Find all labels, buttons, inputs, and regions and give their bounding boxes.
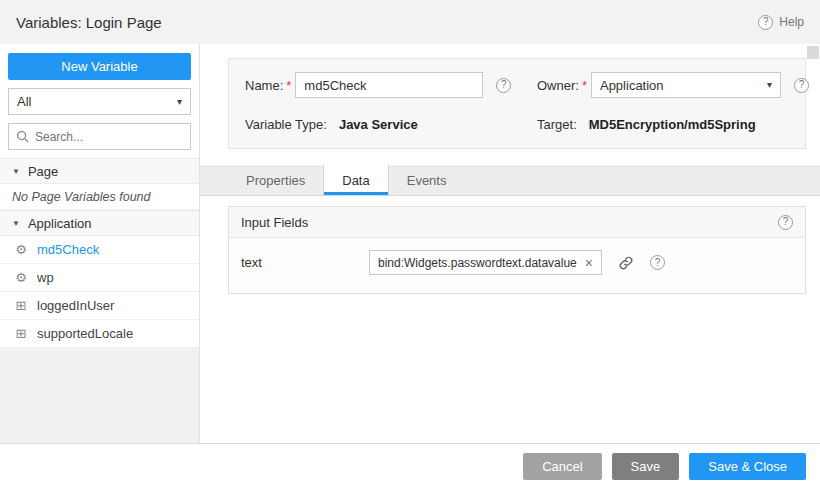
search-input[interactable] — [35, 130, 183, 144]
variable-type-label: Variable Type: — [245, 117, 327, 132]
tree-section-page[interactable]: ▼ Page — [0, 158, 199, 184]
bind-link-icon[interactable] — [618, 255, 634, 271]
sidebar-controls: New Variable All ▾ — [0, 44, 199, 158]
input-fields-title: Input Fields — [241, 215, 308, 230]
dialog-body: New Variable All ▾ ▼ — [0, 44, 820, 443]
sidebar-filler — [0, 348, 199, 443]
target-value: MD5Encryption/md5Spring — [589, 117, 756, 132]
input-fields-help-icon[interactable]: ? — [778, 215, 793, 230]
search-icon — [16, 130, 29, 143]
variable-type-value: Java Service — [339, 117, 418, 132]
name-field-group: Name: * ? — [245, 72, 537, 98]
owner-selected-value: Application — [600, 78, 664, 93]
save-button[interactable]: Save — [612, 453, 680, 480]
name-help-icon[interactable]: ? — [496, 78, 511, 93]
variable-item-wp[interactable]: ⚙ wp — [0, 264, 199, 292]
field-label: text — [241, 255, 369, 270]
dialog-header: Variables: Login Page ? Help — [0, 0, 820, 44]
variables-sidebar: New Variable All ▾ ▼ — [0, 44, 200, 443]
owner-label: Owner: — [537, 78, 579, 93]
variable-filter-select[interactable]: All ▾ — [8, 88, 191, 115]
variables-tree: ▼ Page No Page Variables found ▼ Applica… — [0, 158, 199, 443]
collapse-caret-icon: ▼ — [12, 167, 20, 176]
variable-item-md5check[interactable]: ⚙ md5Check — [0, 236, 199, 264]
service-icon: ⚙ — [14, 243, 28, 256]
save-and-close-button[interactable]: Save & Close — [689, 453, 806, 480]
name-input[interactable] — [295, 72, 483, 98]
page-title: Variables: Login Page — [16, 14, 162, 31]
binding-chip-input[interactable]: bind:Widgets.passwordtext.datavalue × — [369, 250, 602, 275]
required-marker: * — [582, 78, 587, 93]
cancel-button[interactable]: Cancel — [523, 453, 601, 480]
variable-item-label: md5Check — [37, 242, 99, 257]
detail-tabs: Properties Data Events — [200, 165, 820, 196]
target-group: Target: MD5Encryption/md5Spring — [537, 117, 756, 132]
target-label: Target: — [537, 117, 577, 132]
clear-binding-icon[interactable]: × — [585, 256, 593, 270]
owner-field-group: Owner: * Application ▾ ? — [537, 72, 809, 98]
variable-detail-pane: Name: * ? Owner: * Application ▾ ? — [200, 44, 820, 443]
required-marker: * — [286, 78, 291, 93]
variable-item-label: supportedLocale — [37, 326, 133, 341]
owner-help-icon[interactable]: ? — [794, 78, 809, 93]
tab-properties[interactable]: Properties — [228, 165, 323, 195]
static-variable-icon: ⊞ — [14, 327, 28, 340]
service-icon: ⚙ — [14, 271, 28, 284]
filter-selected-value: All — [17, 94, 31, 109]
name-owner-row: Name: * ? Owner: * Application ▾ ? — [245, 72, 789, 98]
owner-select[interactable]: Application ▾ — [591, 72, 781, 98]
input-fields-panel: Input Fields ? text bind:Widgets.passwor… — [228, 206, 806, 294]
help-icon: ? — [758, 15, 773, 30]
variable-item-loggedinuser[interactable]: ⊞ loggedInUser — [0, 292, 199, 320]
tab-events[interactable]: Events — [389, 165, 465, 195]
scrollbar-thumb[interactable] — [807, 46, 819, 59]
variable-item-supportedlocale[interactable]: ⊞ supportedLocale — [0, 320, 199, 348]
chevron-down-icon: ▾ — [767, 80, 772, 90]
variable-summary-panel: Name: * ? Owner: * Application ▾ ? — [228, 58, 806, 149]
static-variable-icon: ⊞ — [14, 299, 28, 312]
variable-item-label: wp — [37, 270, 54, 285]
help-button[interactable]: ? Help — [758, 15, 804, 30]
variables-dialog: Variables: Login Page ? Help New Variabl… — [0, 0, 820, 488]
input-fields-header: Input Fields ? — [229, 207, 805, 238]
name-label: Name: — [245, 78, 283, 93]
type-target-row: Variable Type: Java Service Target: MD5E… — [245, 117, 789, 132]
input-field-row-text: text bind:Widgets.passwordtext.datavalue… — [229, 238, 805, 293]
tree-section-application[interactable]: ▼ Application — [0, 210, 199, 236]
tab-data[interactable]: Data — [323, 165, 388, 195]
page-empty-message: No Page Variables found — [0, 184, 199, 210]
binding-value: bind:Widgets.passwordtext.datavalue — [378, 256, 577, 270]
chevron-down-icon: ▾ — [177, 97, 182, 107]
field-help-icon[interactable]: ? — [650, 255, 665, 270]
dialog-footer: Cancel Save Save & Close — [0, 443, 820, 488]
section-label: Page — [28, 164, 58, 179]
variable-type-group: Variable Type: Java Service — [245, 117, 537, 132]
collapse-caret-icon: ▼ — [12, 219, 20, 228]
variable-item-label: loggedInUser — [37, 298, 114, 313]
search-box — [8, 123, 191, 150]
help-label: Help — [779, 15, 804, 29]
new-variable-button[interactable]: New Variable — [8, 53, 191, 80]
section-label: Application — [28, 216, 92, 231]
